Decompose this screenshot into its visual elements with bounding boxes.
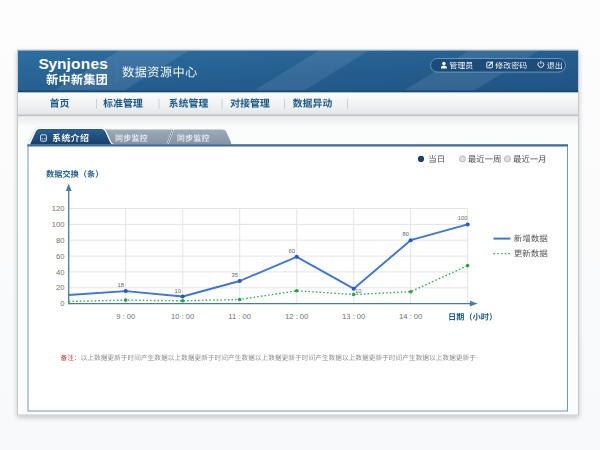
svg-text:100: 100 xyxy=(458,215,468,221)
svg-text:35: 35 xyxy=(231,272,237,278)
svg-text:60: 60 xyxy=(288,248,294,254)
svg-text:20: 20 xyxy=(56,283,64,292)
svg-text:100: 100 xyxy=(52,220,65,229)
svg-text:12 : 00: 12 : 00 xyxy=(285,312,308,321)
svg-text:18: 18 xyxy=(117,282,123,288)
svg-text:120: 120 xyxy=(52,204,65,213)
svg-text:Synjones: Synjones xyxy=(39,55,109,72)
svg-text:80: 80 xyxy=(402,231,408,237)
svg-text:10: 10 xyxy=(355,288,361,294)
svg-text:60: 60 xyxy=(56,252,64,261)
svg-text:9 : 00: 9 : 00 xyxy=(116,312,135,321)
svg-text:10 : 00: 10 : 00 xyxy=(171,312,194,321)
svg-text:40: 40 xyxy=(56,268,64,277)
svg-text:80: 80 xyxy=(56,236,64,245)
svg-text:10: 10 xyxy=(174,288,180,294)
svg-text:13 : 00: 13 : 00 xyxy=(342,312,365,321)
svg-text:0: 0 xyxy=(60,299,64,308)
svg-text:11 : 00: 11 : 00 xyxy=(228,312,251,321)
svg-text:14 : 00: 14 : 00 xyxy=(399,312,422,321)
